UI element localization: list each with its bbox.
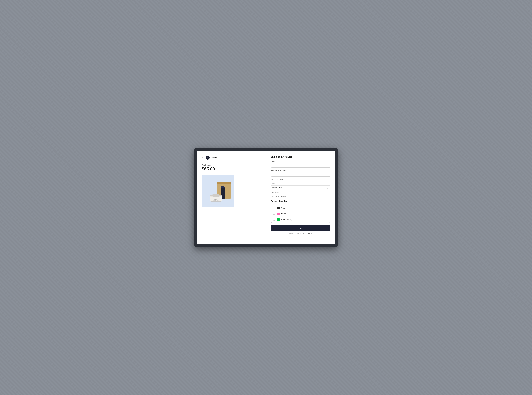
address-section-label: Shipping address	[271, 178, 330, 180]
svg-rect-2	[217, 182, 230, 184]
country-select-wrapper: United States	[271, 186, 330, 190]
device-frame: ← P Powdur Pay Powdur $65.00 powdur	[194, 148, 338, 247]
address-input[interactable]	[271, 190, 330, 194]
stripe-logo: stripe	[297, 233, 301, 235]
cashapp-radio[interactable]	[273, 219, 275, 221]
payment-option-card[interactable]: Card	[271, 205, 330, 211]
pay-label: Pay Powdur	[202, 164, 261, 166]
svg-rect-16	[277, 208, 279, 208]
svg-text:powdur: powdur	[214, 197, 218, 198]
engraving-input[interactable]	[271, 172, 330, 176]
email-label: Email	[271, 160, 330, 162]
footer-divider: |	[302, 233, 302, 235]
terms-link[interactable]: Terms	[303, 233, 307, 235]
cashapp-label: Cash App Pay	[281, 219, 292, 221]
email-input[interactable]	[271, 163, 330, 168]
order-amount: $65.00	[202, 166, 261, 171]
pay-button[interactable]: Pay	[271, 225, 330, 231]
checkout-window: ← P Powdur Pay Powdur $65.00 powdur	[197, 151, 335, 244]
payment-section-title: Payment method	[271, 200, 330, 203]
right-panel: Shipping information Email Personalized …	[266, 151, 335, 244]
svg-text:Extremely Pure: Extremely Pure	[221, 190, 225, 191]
card-icon	[277, 207, 280, 209]
card-label: Card	[281, 207, 285, 209]
address-fields-container: United States	[271, 181, 330, 194]
back-button[interactable]: ←	[202, 156, 204, 159]
svg-rect-5	[221, 186, 224, 188]
shipping-section-title: Shipping information	[271, 156, 330, 158]
footer: Powered by stripe | Terms Privacy	[271, 233, 330, 235]
klarna-icon: K	[277, 213, 280, 215]
email-field-group: Email	[271, 160, 330, 168]
svg-text:Pure glow: Pure glow	[214, 199, 218, 200]
svg-point-11	[210, 194, 222, 197]
payment-option-klarna[interactable]: K Klarna	[271, 211, 330, 217]
brand-name: Powdur	[211, 157, 217, 159]
payment-method-section: Payment method Card	[271, 200, 330, 223]
card-radio[interactable]	[273, 207, 275, 209]
brand-avatar: P	[206, 156, 210, 160]
enter-manually-link[interactable]: Enter address manually	[271, 195, 286, 197]
payment-option-cashapp[interactable]: $ Cash App Pay	[271, 217, 330, 223]
svg-text:moisturizer • cream: moisturizer • cream	[213, 200, 218, 201]
brand-header: ← P Powdur	[202, 156, 261, 160]
left-panel: ← P Powdur Pay Powdur $65.00 powdur	[197, 151, 266, 244]
klarna-label: Klarna	[281, 213, 286, 215]
shipping-address-section: Shipping address United States Enter add…	[271, 178, 330, 197]
country-select[interactable]: United States	[271, 186, 330, 190]
cashapp-icon: $	[277, 219, 280, 221]
payment-options-list: Card K Klarna $ Cash App Pay	[271, 205, 330, 223]
powered-by-text: Powered by	[289, 233, 296, 235]
product-image: powdur Extremely Pure ____________ powdu…	[202, 175, 234, 207]
engraving-field-group: Personalized engraving	[271, 170, 330, 176]
privacy-link[interactable]: Privacy	[308, 233, 312, 235]
svg-text:____________: ____________	[221, 192, 224, 192]
engraving-label: Personalized engraving	[271, 170, 330, 171]
name-input[interactable]	[271, 181, 330, 186]
klarna-radio[interactable]	[273, 213, 275, 215]
